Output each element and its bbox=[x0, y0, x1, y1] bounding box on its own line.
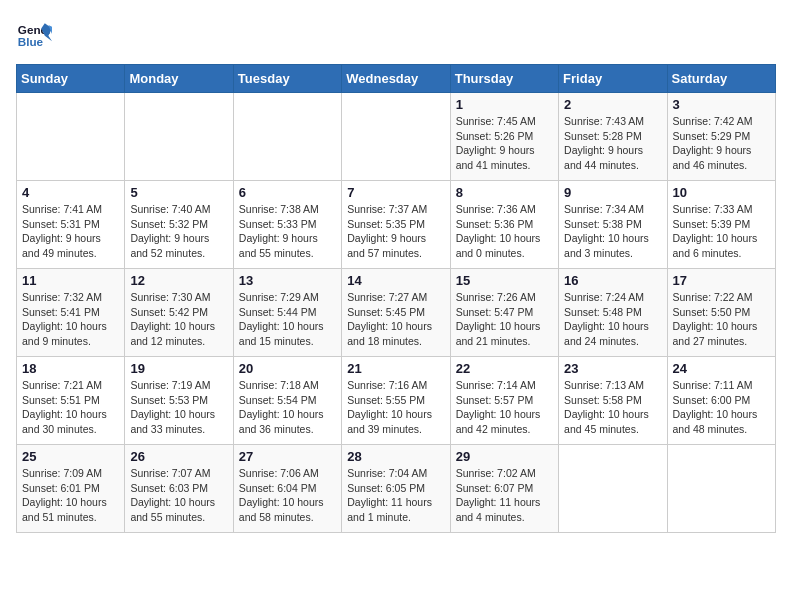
day-number: 4 bbox=[22, 185, 119, 200]
calendar-cell: 24Sunrise: 7:11 AM Sunset: 6:00 PM Dayli… bbox=[667, 357, 775, 445]
day-info: Sunrise: 7:09 AM Sunset: 6:01 PM Dayligh… bbox=[22, 466, 119, 525]
calendar-cell: 8Sunrise: 7:36 AM Sunset: 5:36 PM Daylig… bbox=[450, 181, 558, 269]
day-number: 28 bbox=[347, 449, 444, 464]
calendar-week-row: 25Sunrise: 7:09 AM Sunset: 6:01 PM Dayli… bbox=[17, 445, 776, 533]
weekday-header: Saturday bbox=[667, 65, 775, 93]
day-number: 10 bbox=[673, 185, 770, 200]
day-number: 17 bbox=[673, 273, 770, 288]
day-number: 26 bbox=[130, 449, 227, 464]
calendar-cell: 6Sunrise: 7:38 AM Sunset: 5:33 PM Daylig… bbox=[233, 181, 341, 269]
calendar-cell: 10Sunrise: 7:33 AM Sunset: 5:39 PM Dayli… bbox=[667, 181, 775, 269]
day-number: 1 bbox=[456, 97, 553, 112]
weekday-header: Tuesday bbox=[233, 65, 341, 93]
day-number: 11 bbox=[22, 273, 119, 288]
calendar-cell: 4Sunrise: 7:41 AM Sunset: 5:31 PM Daylig… bbox=[17, 181, 125, 269]
day-info: Sunrise: 7:06 AM Sunset: 6:04 PM Dayligh… bbox=[239, 466, 336, 525]
calendar-cell: 27Sunrise: 7:06 AM Sunset: 6:04 PM Dayli… bbox=[233, 445, 341, 533]
day-info: Sunrise: 7:26 AM Sunset: 5:47 PM Dayligh… bbox=[456, 290, 553, 349]
calendar-week-row: 11Sunrise: 7:32 AM Sunset: 5:41 PM Dayli… bbox=[17, 269, 776, 357]
day-info: Sunrise: 7:42 AM Sunset: 5:29 PM Dayligh… bbox=[673, 114, 770, 173]
day-number: 24 bbox=[673, 361, 770, 376]
day-number: 8 bbox=[456, 185, 553, 200]
day-info: Sunrise: 7:16 AM Sunset: 5:55 PM Dayligh… bbox=[347, 378, 444, 437]
calendar-cell: 22Sunrise: 7:14 AM Sunset: 5:57 PM Dayli… bbox=[450, 357, 558, 445]
calendar-cell: 17Sunrise: 7:22 AM Sunset: 5:50 PM Dayli… bbox=[667, 269, 775, 357]
day-number: 3 bbox=[673, 97, 770, 112]
calendar-cell: 14Sunrise: 7:27 AM Sunset: 5:45 PM Dayli… bbox=[342, 269, 450, 357]
day-number: 27 bbox=[239, 449, 336, 464]
calendar-cell: 29Sunrise: 7:02 AM Sunset: 6:07 PM Dayli… bbox=[450, 445, 558, 533]
day-number: 22 bbox=[456, 361, 553, 376]
calendar-cell bbox=[233, 93, 341, 181]
logo: General Blue bbox=[16, 16, 56, 52]
day-info: Sunrise: 7:43 AM Sunset: 5:28 PM Dayligh… bbox=[564, 114, 661, 173]
svg-text:Blue: Blue bbox=[18, 35, 44, 48]
day-info: Sunrise: 7:40 AM Sunset: 5:32 PM Dayligh… bbox=[130, 202, 227, 261]
day-info: Sunrise: 7:29 AM Sunset: 5:44 PM Dayligh… bbox=[239, 290, 336, 349]
page-header: General Blue bbox=[16, 16, 776, 52]
day-info: Sunrise: 7:18 AM Sunset: 5:54 PM Dayligh… bbox=[239, 378, 336, 437]
day-info: Sunrise: 7:41 AM Sunset: 5:31 PM Dayligh… bbox=[22, 202, 119, 261]
day-number: 18 bbox=[22, 361, 119, 376]
day-number: 2 bbox=[564, 97, 661, 112]
day-info: Sunrise: 7:33 AM Sunset: 5:39 PM Dayligh… bbox=[673, 202, 770, 261]
calendar-cell: 9Sunrise: 7:34 AM Sunset: 5:38 PM Daylig… bbox=[559, 181, 667, 269]
calendar-cell: 11Sunrise: 7:32 AM Sunset: 5:41 PM Dayli… bbox=[17, 269, 125, 357]
calendar-cell bbox=[342, 93, 450, 181]
logo-icon: General Blue bbox=[16, 16, 52, 52]
day-info: Sunrise: 7:04 AM Sunset: 6:05 PM Dayligh… bbox=[347, 466, 444, 525]
day-info: Sunrise: 7:37 AM Sunset: 5:35 PM Dayligh… bbox=[347, 202, 444, 261]
weekday-header: Wednesday bbox=[342, 65, 450, 93]
day-info: Sunrise: 7:45 AM Sunset: 5:26 PM Dayligh… bbox=[456, 114, 553, 173]
day-number: 6 bbox=[239, 185, 336, 200]
calendar-week-row: 18Sunrise: 7:21 AM Sunset: 5:51 PM Dayli… bbox=[17, 357, 776, 445]
day-info: Sunrise: 7:19 AM Sunset: 5:53 PM Dayligh… bbox=[130, 378, 227, 437]
calendar-cell: 28Sunrise: 7:04 AM Sunset: 6:05 PM Dayli… bbox=[342, 445, 450, 533]
day-info: Sunrise: 7:13 AM Sunset: 5:58 PM Dayligh… bbox=[564, 378, 661, 437]
calendar-cell: 13Sunrise: 7:29 AM Sunset: 5:44 PM Dayli… bbox=[233, 269, 341, 357]
calendar-cell: 5Sunrise: 7:40 AM Sunset: 5:32 PM Daylig… bbox=[125, 181, 233, 269]
day-number: 20 bbox=[239, 361, 336, 376]
day-info: Sunrise: 7:27 AM Sunset: 5:45 PM Dayligh… bbox=[347, 290, 444, 349]
calendar-cell: 26Sunrise: 7:07 AM Sunset: 6:03 PM Dayli… bbox=[125, 445, 233, 533]
day-info: Sunrise: 7:36 AM Sunset: 5:36 PM Dayligh… bbox=[456, 202, 553, 261]
day-info: Sunrise: 7:11 AM Sunset: 6:00 PM Dayligh… bbox=[673, 378, 770, 437]
calendar-cell bbox=[17, 93, 125, 181]
weekday-header: Monday bbox=[125, 65, 233, 93]
calendar-cell: 21Sunrise: 7:16 AM Sunset: 5:55 PM Dayli… bbox=[342, 357, 450, 445]
day-info: Sunrise: 7:38 AM Sunset: 5:33 PM Dayligh… bbox=[239, 202, 336, 261]
day-number: 25 bbox=[22, 449, 119, 464]
weekday-header: Sunday bbox=[17, 65, 125, 93]
calendar-cell: 12Sunrise: 7:30 AM Sunset: 5:42 PM Dayli… bbox=[125, 269, 233, 357]
calendar-cell: 15Sunrise: 7:26 AM Sunset: 5:47 PM Dayli… bbox=[450, 269, 558, 357]
calendar-week-row: 4Sunrise: 7:41 AM Sunset: 5:31 PM Daylig… bbox=[17, 181, 776, 269]
day-number: 14 bbox=[347, 273, 444, 288]
day-info: Sunrise: 7:24 AM Sunset: 5:48 PM Dayligh… bbox=[564, 290, 661, 349]
day-number: 13 bbox=[239, 273, 336, 288]
day-number: 23 bbox=[564, 361, 661, 376]
day-number: 29 bbox=[456, 449, 553, 464]
calendar-cell: 18Sunrise: 7:21 AM Sunset: 5:51 PM Dayli… bbox=[17, 357, 125, 445]
day-number: 19 bbox=[130, 361, 227, 376]
calendar-cell: 19Sunrise: 7:19 AM Sunset: 5:53 PM Dayli… bbox=[125, 357, 233, 445]
day-info: Sunrise: 7:14 AM Sunset: 5:57 PM Dayligh… bbox=[456, 378, 553, 437]
calendar-cell: 3Sunrise: 7:42 AM Sunset: 5:29 PM Daylig… bbox=[667, 93, 775, 181]
calendar-cell: 16Sunrise: 7:24 AM Sunset: 5:48 PM Dayli… bbox=[559, 269, 667, 357]
weekday-header: Friday bbox=[559, 65, 667, 93]
calendar-cell: 23Sunrise: 7:13 AM Sunset: 5:58 PM Dayli… bbox=[559, 357, 667, 445]
day-info: Sunrise: 7:30 AM Sunset: 5:42 PM Dayligh… bbox=[130, 290, 227, 349]
day-number: 12 bbox=[130, 273, 227, 288]
day-number: 9 bbox=[564, 185, 661, 200]
calendar-cell: 20Sunrise: 7:18 AM Sunset: 5:54 PM Dayli… bbox=[233, 357, 341, 445]
calendar-cell: 1Sunrise: 7:45 AM Sunset: 5:26 PM Daylig… bbox=[450, 93, 558, 181]
calendar-cell: 25Sunrise: 7:09 AM Sunset: 6:01 PM Dayli… bbox=[17, 445, 125, 533]
calendar-week-row: 1Sunrise: 7:45 AM Sunset: 5:26 PM Daylig… bbox=[17, 93, 776, 181]
day-number: 15 bbox=[456, 273, 553, 288]
day-info: Sunrise: 7:07 AM Sunset: 6:03 PM Dayligh… bbox=[130, 466, 227, 525]
calendar-cell: 7Sunrise: 7:37 AM Sunset: 5:35 PM Daylig… bbox=[342, 181, 450, 269]
day-number: 5 bbox=[130, 185, 227, 200]
day-info: Sunrise: 7:22 AM Sunset: 5:50 PM Dayligh… bbox=[673, 290, 770, 349]
day-info: Sunrise: 7:32 AM Sunset: 5:41 PM Dayligh… bbox=[22, 290, 119, 349]
day-number: 21 bbox=[347, 361, 444, 376]
day-info: Sunrise: 7:34 AM Sunset: 5:38 PM Dayligh… bbox=[564, 202, 661, 261]
